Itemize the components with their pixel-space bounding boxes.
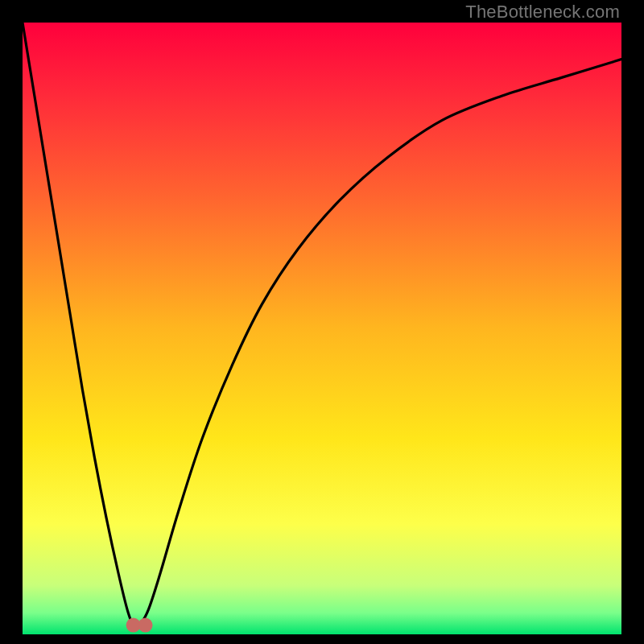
bottleneck-chart bbox=[23, 23, 621, 634]
watermark-text: TheBottleneck.com bbox=[465, 2, 620, 23]
marker-min-right bbox=[138, 618, 153, 633]
